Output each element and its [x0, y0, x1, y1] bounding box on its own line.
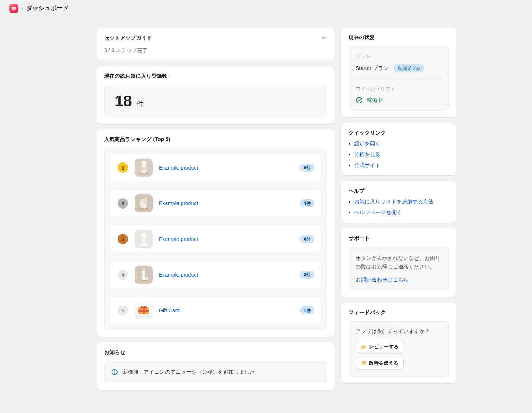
- plan-name: Starter プラン: [356, 65, 389, 72]
- product-bottle-thumb: [135, 159, 153, 177]
- list-item: 公式サイト: [349, 162, 449, 169]
- contact-link[interactable]: お問い合わせはこちら: [356, 277, 409, 283]
- list-item: ヘルプページを開く: [349, 209, 449, 216]
- side-column: 現在の状況 プラン Starter プラン 年間プラン ウィッシュリスト 稼働中: [341, 28, 456, 389]
- wishlist-status-text: 稼働中: [367, 97, 382, 104]
- favorites-count-box: 18 件: [104, 85, 327, 117]
- thumbs-up-icon: [361, 344, 366, 349]
- bullet-dot: [349, 212, 350, 213]
- feedback-question: アプリは役に立っていますか？: [356, 328, 442, 335]
- gift-card-thumb: [135, 301, 153, 319]
- topbar: › ダッシュボード: [0, 0, 532, 17]
- breadcrumb-separator: ›: [21, 6, 23, 12]
- help-card: ヘルプ お気に入りリストを追加する方法 ヘルプページを開く: [341, 181, 456, 223]
- heart-app-icon[interactable]: [9, 4, 18, 13]
- main-column: セットアップガイド 3 / 3 ステップ完了 現在の総お気に入り登録数 18 件…: [97, 28, 335, 396]
- ranking-title: 人気商品ランキング (Top 5): [104, 136, 327, 143]
- help-link-add-wishlist[interactable]: お気に入りリストを追加する方法: [354, 199, 433, 205]
- review-button-label: レビューする: [369, 343, 399, 350]
- info-icon: [111, 369, 118, 375]
- product-sphere-bottle-thumb: [135, 230, 153, 248]
- ranking-list: 1 Example product 6件 2: [104, 148, 327, 330]
- announcement-text: 新機能：アイコンのアニメーション設定を追加しました: [123, 369, 255, 375]
- ranking-card: 人気商品ランキング (Top 5) 1 Example product 6件: [97, 129, 335, 337]
- rank-2-badge: 2: [118, 198, 128, 209]
- favorite-count-badge: 1件: [300, 306, 314, 314]
- favorites-total-card: 現在の総お気に入り登録数 18 件: [97, 66, 335, 124]
- page-title: ダッシュボード: [26, 4, 69, 12]
- list-item: お気に入りリストを追加する方法: [349, 199, 449, 205]
- product-link[interactable]: Example product: [159, 236, 198, 242]
- feedback-title: フィードバック: [349, 309, 449, 316]
- quick-link-analytics[interactable]: 分析を見る: [354, 151, 381, 158]
- favorite-count-badge: 4件: [300, 235, 314, 243]
- rank-5-badge: 5: [118, 305, 128, 316]
- quick-link-settings[interactable]: 設定を開く: [354, 141, 381, 147]
- status-box: プラン Starter プラン 年間プラン ウィッシュリスト 稼働中: [349, 46, 449, 111]
- feedback-box: アプリは役に立っていますか？ レビューする 改善を伝える: [349, 321, 449, 377]
- setup-progress-text: 3 / 3 ステップ完了: [104, 47, 327, 54]
- product-link[interactable]: Gift Card: [159, 307, 180, 313]
- rank-4-badge: 4: [118, 270, 128, 280]
- support-card: サポート ボタンが表示されないなど、お困りの際はお気軽にご連絡ください。 お問い…: [341, 228, 456, 297]
- help-title: ヘルプ: [349, 188, 449, 194]
- status-divider: [356, 79, 442, 79]
- product-link[interactable]: Example product: [159, 200, 198, 206]
- heart-icon: [11, 6, 17, 12]
- support-title: サポート: [349, 235, 449, 242]
- support-message: ボタンが表示されないなど、お困りの際はお気軽にご連絡ください。: [356, 254, 442, 271]
- improve-button[interactable]: 改善を伝える: [356, 357, 404, 370]
- announcements-card: お知らせ 新機能：アイコンのアニメーション設定を追加しました: [97, 342, 335, 390]
- quick-link-official-site[interactable]: 公式サイト: [354, 162, 381, 169]
- support-box: ボタンが表示されないなど、お困りの際はお気軽にご連絡ください。 お問い合わせはこ…: [349, 247, 449, 290]
- chevron-down-icon: [321, 35, 327, 41]
- quick-links-title: クイックリンク: [349, 130, 449, 136]
- ranking-row: 3 Example product 4件: [110, 226, 321, 252]
- ranking-row: 1 Example product 6件: [110, 154, 321, 181]
- bullet-dot: [349, 201, 350, 203]
- improve-button-label: 改善を伝える: [369, 360, 398, 367]
- favorites-count-unit: 件: [137, 99, 144, 109]
- current-status-title: 現在の状況: [349, 34, 449, 41]
- help-link-open-help-page[interactable]: ヘルプページを開く: [354, 209, 402, 216]
- rank-3-badge: 3: [118, 234, 128, 244]
- favorites-count-value: 18: [115, 93, 132, 109]
- thumbs-down-icon: [361, 360, 366, 366]
- bullet-dot: [349, 154, 350, 155]
- product-pump-bottle-thumb: [135, 266, 153, 284]
- product-cylinders-thumb: [135, 194, 153, 212]
- list-item: 設定を開く: [349, 141, 449, 147]
- favorites-total-title: 現在の総お気に入り登録数: [104, 73, 327, 80]
- ranking-row: 4 Example product 3件: [110, 261, 321, 288]
- setup-guide-collapse-button[interactable]: [320, 34, 327, 42]
- quick-links-card: クイックリンク 設定を開く 分析を見る 公式サイト: [341, 123, 456, 175]
- product-link[interactable]: Example product: [159, 272, 198, 278]
- favorite-count-badge: 4件: [300, 199, 314, 207]
- setup-guide-title: セットアップガイド: [104, 35, 152, 41]
- rank-1-badge: 1: [118, 162, 128, 173]
- announcements-title: お知らせ: [104, 349, 327, 356]
- favorite-count-badge: 3件: [300, 271, 314, 279]
- setup-guide-card: セットアップガイド 3 / 3 ステップ完了: [97, 28, 335, 61]
- current-status-card: 現在の状況 プラン Starter プラン 年間プラン ウィッシュリスト 稼働中: [341, 28, 456, 117]
- favorite-count-badge: 6件: [300, 164, 314, 172]
- bullet-dot: [349, 143, 350, 145]
- plan-badge: 年間プラン: [394, 64, 424, 72]
- check-circle-icon: [356, 97, 363, 104]
- list-item: 分析を見る: [349, 151, 449, 158]
- dashboard-content: セットアップガイド 3 / 3 ステップ完了 現在の総お気に入り登録数 18 件…: [0, 17, 532, 396]
- wishlist-label: ウィッシュリスト: [356, 85, 442, 92]
- product-link[interactable]: Example product: [159, 165, 198, 171]
- ranking-row: 5 Gift Card 1件: [110, 297, 321, 324]
- announcement-item: 新機能：アイコンのアニメーション設定を追加しました: [104, 361, 327, 383]
- review-button[interactable]: レビューする: [356, 341, 404, 353]
- ranking-row: 2 Example product 4件: [110, 190, 321, 217]
- bullet-dot: [349, 165, 350, 166]
- feedback-card: フィードバック アプリは役に立っていますか？ レビューする 改善を伝える: [341, 303, 456, 383]
- plan-label: プラン: [356, 53, 442, 60]
